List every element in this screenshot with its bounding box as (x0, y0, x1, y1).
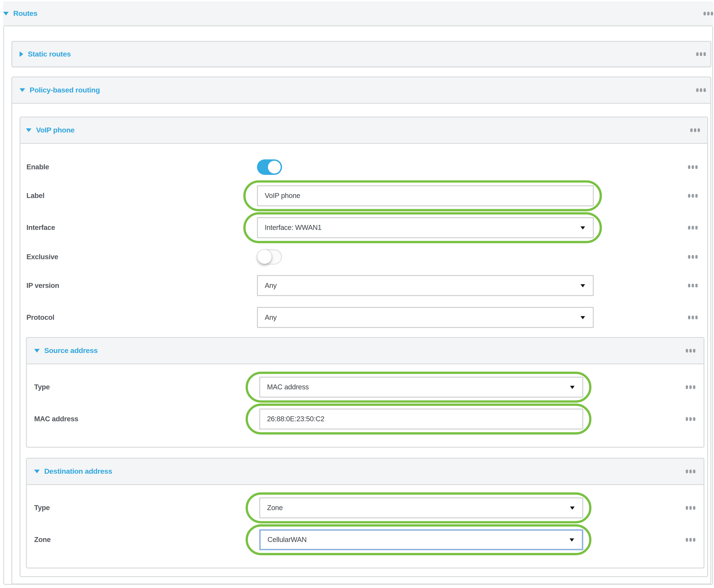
policy-based-routing-title: Policy-based routing (29, 86, 100, 94)
protocol-select[interactable]: Any (257, 307, 594, 328)
destination-address-title: Destination address (44, 467, 112, 476)
destination-type-row: Type Zone (27, 492, 704, 524)
source-address-title: Source address (44, 346, 98, 355)
ip-version-label: IP version (26, 281, 257, 290)
voip-phone-header[interactable]: VoIP phone (21, 118, 707, 144)
enable-toggle[interactable] (257, 159, 282, 174)
static-routes-title: Static routes (28, 50, 71, 58)
zone-row-menu-icon[interactable] (686, 538, 695, 542)
collapse-arrow-icon (3, 12, 9, 15)
dropdown-caret-icon (581, 226, 585, 229)
dropdown-caret-icon (570, 386, 575, 389)
expand-arrow-icon (20, 51, 23, 57)
enable-row-menu-icon[interactable] (688, 165, 698, 169)
policy-body: VoIP phone Enable (12, 104, 710, 584)
exclusive-row-menu-icon[interactable] (688, 255, 698, 258)
protocol-select-value: Any (265, 313, 277, 321)
routes-configuration-page: Routes Static routes Policy-based routin… (0, 1, 714, 588)
policy-based-routing-panel: Policy-based routing VoIP phone (12, 77, 711, 584)
routes-panel-title: Routes (13, 9, 38, 17)
zone-label: Zone (34, 536, 259, 544)
source-address-panel: Source address Type MAC address (26, 337, 705, 448)
static-routes-header[interactable]: Static routes (12, 41, 711, 67)
mac-address-row: MAC address (27, 403, 704, 435)
destination-type-row-menu-icon[interactable] (686, 506, 695, 510)
label-field-label: Label (26, 192, 257, 200)
label-input[interactable] (257, 185, 594, 206)
voip-phone-panel: VoIP phone Enable (20, 117, 708, 577)
zone-row: Zone CellularWAN (27, 524, 704, 556)
zone-select[interactable]: CellularWAN (259, 529, 583, 550)
source-type-row-menu-icon[interactable] (686, 385, 695, 389)
dropdown-caret-icon (581, 316, 585, 319)
collapse-arrow-icon (20, 88, 25, 92)
toggle-knob (257, 249, 272, 264)
enable-label: Enable (26, 163, 257, 171)
protocol-label: Protocol (26, 313, 257, 321)
destination-type-label: Type (34, 504, 259, 512)
mac-address-input[interactable] (259, 408, 583, 429)
interface-row-menu-icon[interactable] (688, 226, 698, 229)
static-routes-menu-icon[interactable] (696, 52, 706, 56)
source-type-label: Type (34, 383, 259, 391)
collapse-arrow-icon (34, 470, 40, 473)
source-address-body: Type MAC address (27, 364, 704, 447)
exclusive-toggle[interactable] (257, 249, 282, 264)
policy-menu-icon[interactable] (696, 88, 706, 92)
enable-row: Enable (21, 154, 707, 180)
source-address-header[interactable]: Source address (27, 338, 704, 364)
protocol-row-menu-icon[interactable] (688, 316, 698, 319)
routes-panel-body: Static routes Policy-based routing VoIP … (3, 26, 713, 585)
source-type-select[interactable]: MAC address (259, 377, 583, 398)
policy-based-routing-header[interactable]: Policy-based routing (12, 77, 710, 104)
dropdown-caret-icon (570, 506, 575, 510)
destination-address-menu-icon[interactable] (686, 470, 695, 473)
interface-select-value: Interface: WWAN1 (265, 224, 321, 232)
mac-address-row-menu-icon[interactable] (686, 417, 695, 421)
destination-address-panel: Destination address Type Zone (26, 458, 705, 568)
interface-row: Interface Interface: WWAN1 (21, 212, 707, 244)
destination-type-select[interactable]: Zone (259, 498, 583, 519)
voip-body: Enable Label (21, 144, 707, 576)
mac-address-label: MAC address (34, 415, 259, 423)
collapse-arrow-icon (34, 349, 40, 353)
ip-version-select-value: Any (265, 281, 277, 290)
voip-menu-icon[interactable] (690, 128, 700, 132)
destination-type-select-value: Zone (267, 504, 282, 512)
source-type-select-value: MAC address (267, 383, 309, 391)
exclusive-label: Exclusive (26, 253, 257, 261)
source-address-menu-icon[interactable] (686, 349, 695, 353)
ip-version-row-menu-icon[interactable] (688, 284, 698, 288)
dropdown-caret-icon (569, 538, 574, 542)
ip-version-row: IP version Any (21, 270, 707, 301)
routes-panel-header[interactable]: Routes (3, 1, 713, 26)
source-type-row: Type MAC address (27, 371, 704, 403)
interface-label: Interface (26, 224, 257, 232)
voip-phone-title: VoIP phone (36, 126, 75, 134)
zone-select-value: CellularWAN (267, 536, 307, 544)
protocol-row: Protocol Any (21, 301, 707, 334)
toggle-knob (268, 161, 281, 173)
destination-address-header[interactable]: Destination address (27, 459, 704, 485)
ip-version-select[interactable]: Any (257, 275, 594, 296)
routes-panel: Routes Static routes Policy-based routin… (0, 1, 714, 585)
interface-select[interactable]: Interface: WWAN1 (257, 217, 594, 238)
label-row-menu-icon[interactable] (688, 194, 698, 197)
destination-address-body: Type Zone (27, 485, 704, 567)
routes-menu-icon[interactable] (704, 12, 713, 15)
label-row: Label (21, 180, 707, 212)
dropdown-caret-icon (581, 284, 585, 288)
exclusive-row: Exclusive (21, 244, 707, 270)
collapse-arrow-icon (26, 128, 31, 132)
